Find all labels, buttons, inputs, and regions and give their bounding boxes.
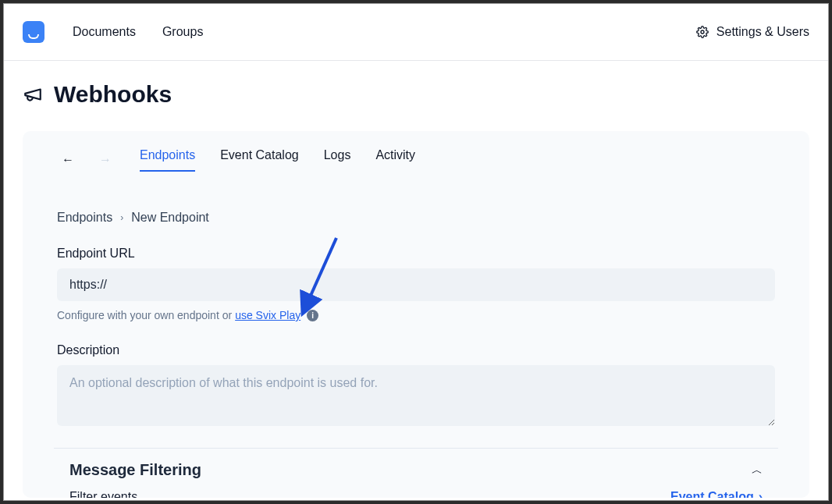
- description-label: Description: [57, 343, 775, 357]
- chevron-right-icon: ›: [759, 490, 763, 498]
- helper-prefix: Configure with your own endpoint or: [57, 309, 232, 321]
- breadcrumb: Endpoints › New Endpoint: [57, 211, 775, 225]
- panel: ← → Endpoints Event Catalog Logs Activit…: [23, 131, 809, 498]
- breadcrumb-current: New Endpoint: [131, 211, 209, 225]
- filtering-title: Message Filtering: [69, 461, 201, 479]
- settings-users-link[interactable]: Settings & Users: [696, 25, 809, 39]
- tab-event-catalog[interactable]: Event Catalog: [220, 148, 299, 172]
- tab-endpoints[interactable]: Endpoints: [140, 148, 195, 172]
- panel-nav: ← → Endpoints Event Catalog Logs Activit…: [57, 148, 775, 172]
- page-header: Webhooks: [23, 81, 809, 108]
- endpoint-url-input[interactable]: [57, 268, 775, 301]
- filtering-header[interactable]: Message Filtering ︿: [57, 461, 775, 479]
- filter-events-label: Filter events: [69, 490, 137, 498]
- filter-events-row: Filter events Event Catalog ›: [57, 490, 775, 498]
- nav-groups[interactable]: Groups: [162, 25, 203, 39]
- info-icon[interactable]: i: [307, 310, 318, 321]
- forward-arrow: →: [94, 151, 116, 169]
- breadcrumb-root[interactable]: Endpoints: [57, 211, 112, 225]
- megaphone-icon: [23, 84, 43, 105]
- chevron-up-icon: ︿: [752, 463, 763, 477]
- topbar-left: Documents Groups: [23, 21, 203, 43]
- tab-activity[interactable]: Activity: [375, 148, 415, 172]
- event-catalog-link[interactable]: Event Catalog ›: [670, 490, 763, 498]
- page-title: Webhooks: [54, 81, 172, 108]
- use-svix-play-link[interactable]: use Svix Play: [235, 309, 300, 321]
- divider: [54, 448, 778, 449]
- url-helper: Configure with your own endpoint or use …: [57, 309, 775, 321]
- nav-links: Documents Groups: [73, 25, 203, 39]
- settings-users-label: Settings & Users: [716, 25, 809, 39]
- app-window: Documents Groups Settings & Users Webhoo…: [3, 3, 829, 501]
- tab-logs[interactable]: Logs: [324, 148, 351, 172]
- tabs: Endpoints Event Catalog Logs Activity: [140, 148, 415, 172]
- description-textarea[interactable]: [57, 365, 775, 426]
- back-arrow[interactable]: ←: [57, 151, 79, 169]
- smile-icon: [28, 34, 39, 39]
- content: Webhooks ← → Endpoints Event Catalog Log…: [4, 61, 828, 498]
- svg-point-0: [701, 30, 704, 34]
- app-logo[interactable]: [23, 21, 44, 43]
- topbar: Documents Groups Settings & Users: [4, 4, 828, 61]
- gear-icon: [696, 26, 709, 38]
- chevron-right-icon: ›: [120, 212, 123, 223]
- event-catalog-link-label: Event Catalog: [670, 490, 754, 498]
- url-label: Endpoint URL: [57, 247, 775, 261]
- nav-documents[interactable]: Documents: [73, 25, 136, 39]
